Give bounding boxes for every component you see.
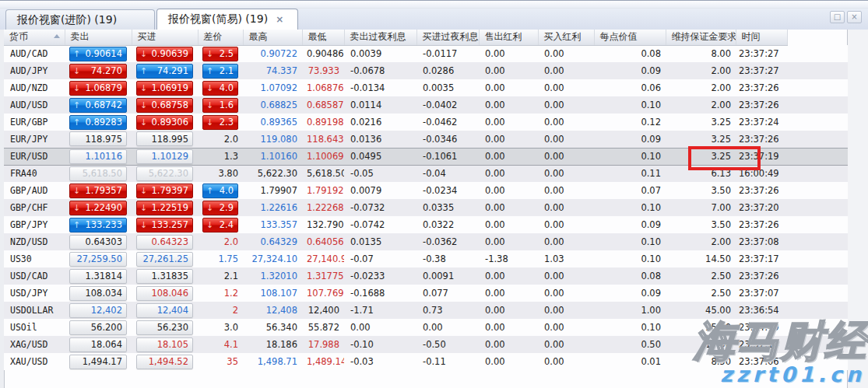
symbol-cell: AUD/JPY xyxy=(4,62,65,79)
buy-button-value: 108.046 xyxy=(151,288,188,299)
quote-row-xag-usd[interactable]: XAG/USD18.06418.1054.118.18617.988-0.10-… xyxy=(4,336,848,353)
sell-button[interactable]: 1.10116 xyxy=(69,149,127,164)
close-button[interactable]: × xyxy=(847,11,862,23)
sell-button[interactable]: ↑0.68742 xyxy=(69,98,127,113)
spread-button[interactable]: ↓2.4 xyxy=(202,218,238,232)
quote-row-aud-jpy[interactable]: AUD/JPY↓74.270↑74.291↑2.174.33773.933-0.… xyxy=(4,62,848,79)
sell-button[interactable]: 5,618.50 xyxy=(69,166,127,181)
sell-button[interactable]: ↑133.233 xyxy=(69,218,127,232)
buy-button[interactable]: 1.10129 xyxy=(136,149,193,164)
quote-row-usoil[interactable]: USOil56.20056.2303.056.34055.8720.000.00… xyxy=(4,319,848,336)
spread-button[interactable]: ↑2.1 xyxy=(202,64,238,79)
buy-button[interactable]: 108.046 xyxy=(136,286,193,301)
sell-cell: 5,618.50 xyxy=(65,165,132,182)
spread-button[interactable]: ↓2.3 xyxy=(202,115,238,130)
spread-button[interactable]: ↓2.9 xyxy=(202,201,238,215)
buy-button[interactable]: ↓0.90639 xyxy=(136,47,193,61)
buy-button[interactable]: 12,404 xyxy=(136,303,193,318)
quote-row-usd-jpy[interactable]: USD/JPY108.034108.0461.2108.107107.769-0… xyxy=(4,285,848,302)
spread-button[interactable]: ↓1.6 xyxy=(202,98,238,113)
quote-row-aud-cad[interactable]: AUD/CAD↑0.90614↓0.90639↓2.50.907220.9048… xyxy=(4,45,848,62)
column-header-11[interactable]: 维持保证金要求 xyxy=(666,30,736,45)
restore-button[interactable]: □ xyxy=(830,11,845,23)
sell-button[interactable]: ↑0.89283 xyxy=(69,115,127,130)
buy-button[interactable]: ↑74.291 xyxy=(136,64,193,79)
low-cell: 0.89198 xyxy=(302,114,344,131)
buy-button[interactable]: ↓133.257 xyxy=(136,218,193,232)
column-header-5[interactable]: 最低 xyxy=(302,30,344,45)
column-header-6[interactable]: 卖出过夜利息 xyxy=(344,30,416,45)
column-header-0[interactable]: 货币 xyxy=(4,30,65,45)
quote-row-gbp-jpy[interactable]: GBP/JPY↑133.233↓133.257↓2.4133.357132.79… xyxy=(4,216,848,233)
sell-button[interactable]: 108.034 xyxy=(69,286,127,301)
buy-rollover-cell: -0.0234 xyxy=(416,182,479,199)
buy-button[interactable]: 1.31835 xyxy=(136,269,193,284)
spread-button[interactable]: ↓2.5 xyxy=(202,47,238,61)
sell-button[interactable]: 0.64303 xyxy=(69,235,127,250)
sell-dividend-cell: 0.00 xyxy=(479,319,538,336)
sell-button[interactable]: ↓1.79357 xyxy=(69,184,127,198)
quote-row-eur-usd[interactable]: EUR/USD1.101161.101291.31.101601.100690.… xyxy=(4,148,848,165)
buy-button[interactable]: ↓0.89306 xyxy=(136,115,193,130)
sell-dividend-cell: 0.00 xyxy=(479,285,538,302)
buy-rollover-cell: 0.0335 xyxy=(416,199,479,216)
quote-row-nzd-usd[interactable]: NZD/USD0.643030.643232.00.643290.640560.… xyxy=(4,233,848,250)
sell-button[interactable]: ↓1.06879 xyxy=(69,81,127,96)
buy-button[interactable]: ↓1.06919 xyxy=(136,81,193,96)
high-cell: 1.10160 xyxy=(243,148,302,165)
buy-button[interactable]: 1,494.52 xyxy=(136,355,193,369)
buy-button[interactable]: ↓1.22519 xyxy=(136,201,193,215)
buy-button[interactable]: 118.995 xyxy=(136,131,193,146)
column-header-9[interactable]: 买入红利 xyxy=(538,30,594,45)
quote-row-aud-nzd[interactable]: AUD/NZD↓1.06879↓1.06919↓4.01.070921.0687… xyxy=(4,79,848,96)
sell-button[interactable]: ↓74.270 xyxy=(69,64,127,79)
margin-requirement-cell: 10.00 xyxy=(666,336,736,353)
quote-row-usd-cad[interactable]: USD/CAD1.318141.318352.11.320101.31775-0… xyxy=(4,267,848,285)
column-header-3[interactable]: 差价 xyxy=(198,30,243,45)
sell-button[interactable]: 56.200 xyxy=(69,320,127,335)
buy-button[interactable]: 18.105 xyxy=(136,337,193,352)
quote-row-aud-usd[interactable]: AUD/USD↑0.68742↓0.68758↓1.60.688250.6858… xyxy=(4,96,848,114)
spread-button-value: 2.5 xyxy=(220,48,234,59)
buy-button[interactable]: 27,261.25 xyxy=(136,252,193,267)
quote-row-gbp-chf[interactable]: GBP/CHF↓1.22490↓1.22519↓2.91.226161.2226… xyxy=(4,199,848,216)
buy-button[interactable]: ↓0.68758 xyxy=(136,98,193,113)
sell-button[interactable]: 1,494.17 xyxy=(69,355,127,369)
quote-row-eur-jpy[interactable]: EUR/JPY118.975118.9952.0119.080118.6430.… xyxy=(4,131,848,148)
sell-button[interactable]: 118.975 xyxy=(69,131,127,146)
sell-button[interactable]: 27,259.50 xyxy=(69,252,127,267)
quote-row-xau-usd[interactable]: XAU/USD1,494.171,494.52351,498.711,489.1… xyxy=(4,353,848,370)
sell-button[interactable]: 18.064 xyxy=(69,337,127,352)
tab-quote-advanced[interactable]: 报价视窗(进阶) (19) xyxy=(5,9,155,30)
spread-button[interactable]: ↓4.0 xyxy=(202,81,238,96)
column-header-2[interactable]: 买进 xyxy=(132,30,198,45)
buy-dividend-cell: 0.00 xyxy=(538,336,594,353)
sell-button[interactable]: 12,402 xyxy=(69,303,127,318)
buy-button[interactable]: ↓1.79397 xyxy=(136,184,193,198)
buy-cell: 108.046 xyxy=(132,285,198,302)
sell-button[interactable]: ↑0.90614 xyxy=(69,47,127,61)
buy-button[interactable]: 0.64323 xyxy=(136,235,193,250)
buy-rollover-cell: 0.0286 xyxy=(416,62,479,79)
column-header-8[interactable]: 售出红利 xyxy=(479,30,538,45)
column-header-4[interactable]: 最高 xyxy=(243,30,302,45)
quote-row-us30[interactable]: US3027,259.5027,261.251.7527,324.1027,14… xyxy=(4,250,848,267)
column-header-7[interactable]: 买进过夜利息 xyxy=(416,30,479,45)
buy-button[interactable]: 5,622.30 xyxy=(136,166,193,181)
tab-close-icon[interactable]: × xyxy=(276,14,283,25)
filler-cell xyxy=(787,182,848,199)
quote-row-gbp-aud[interactable]: GBP/AUD↓1.79357↓1.79397↑4.01.799071.7919… xyxy=(4,182,848,199)
quote-row-eur-gbp[interactable]: EUR/GBP↑0.89283↓0.89306↓2.30.893650.8919… xyxy=(4,114,848,131)
tab-quote-simple[interactable]: 报价视窗(简易) (19) × xyxy=(156,9,298,30)
spread-button[interactable]: ↑4.0 xyxy=(202,184,238,198)
quote-row-fra40[interactable]: FRA405,618.505,622.303.805,622.305,618.5… xyxy=(4,165,848,182)
table-header-row: 货币卖出买进差价最高最低卖出过夜利息买进过夜利息售出红利买入红利每点价值维持保证… xyxy=(4,30,848,45)
column-header-10[interactable]: 每点价值 xyxy=(594,30,666,45)
buy-button[interactable]: 56.230 xyxy=(136,320,193,335)
sell-rollover-cell: 0.0079 xyxy=(344,182,416,199)
quote-row-usdollar[interactable]: USDOLLAR12,40212,404212,40812,400-1.710.… xyxy=(4,302,848,319)
column-header-12[interactable]: 时间 xyxy=(736,30,787,45)
sell-button[interactable]: ↓1.22490 xyxy=(69,201,127,215)
column-header-1[interactable]: 卖出 xyxy=(65,30,132,45)
sell-button[interactable]: 1.31814 xyxy=(69,269,127,284)
